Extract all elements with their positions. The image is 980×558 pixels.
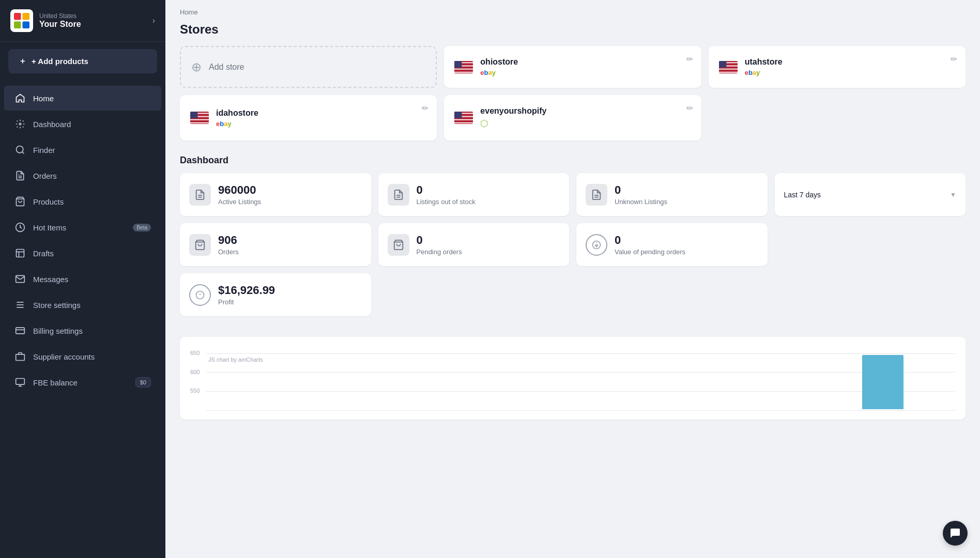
evenyour-name: evenyourshopify [480,106,691,116]
profit-icon [189,284,211,306]
utah-platform: ebay [745,69,955,76]
supplier-icon [14,351,26,362]
utah-edit-icon[interactable]: ✏ [951,54,957,64]
date-filter-select[interactable]: Last 7 days Last 30 days Last 90 days [784,191,951,199]
sidebar-item-finder[interactable]: Finder [4,137,161,162]
value-pending-label: Value of pending orders [615,248,685,256]
store-card-idaho[interactable]: idahostore ebay ✏ [180,95,437,141]
dashboard-icon [14,118,26,130]
active-listings-data: 960000 Active Listings [218,183,261,206]
messages-icon [14,273,26,285]
svg-rect-28 [454,68,473,69]
idaho-name: idahostore [216,109,426,118]
ohio-info: ohiostore ebay [480,57,691,76]
orders-stat-value: 906 [218,234,239,247]
sidebar-label-products: Products [33,197,64,206]
stat-card-orders: 906 Orders [180,223,371,266]
svg-rect-19 [16,354,25,361]
sidebar-item-supplier-accounts[interactable]: Supplier accounts [4,344,161,369]
products-icon [14,196,26,207]
active-listings-icon [189,184,211,206]
sidebar-label-store-settings: Store settings [33,301,81,309]
stat-card-out-of-stock: 0 Listings out of stock [378,173,570,216]
sidebar-item-store-settings[interactable]: Store settings [4,292,161,317]
sidebar-label-hot-items: Hot Items [33,223,66,232]
svg-rect-46 [190,119,209,120]
sidebar-item-orders[interactable]: Orders [4,163,161,188]
svg-rect-3 [23,22,30,29]
svg-rect-31 [454,61,462,68]
active-listings-label: Active Listings [218,198,261,206]
profit-data: $16,926.99 Profit [218,284,275,306]
svg-rect-20 [16,379,25,385]
store-card-utah[interactable]: utahstore ebay ✏ [709,46,966,88]
sidebar-item-home[interactable]: Home [4,86,161,111]
sidebar-item-hot-items[interactable]: Hot Items Beta [4,215,161,240]
pending-icon [388,234,409,256]
value-pending-data: 0 Value of pending orders [615,234,685,256]
add-circle-icon: ⊕ [191,60,202,74]
stat-card-value-pending: 0 Value of pending orders [576,223,768,266]
sidebar-item-products[interactable]: Products [4,189,161,214]
sidebar-item-dashboard[interactable]: Dashboard [4,112,161,136]
sidebar-item-billing-settings[interactable]: Billing settings [4,318,161,343]
svg-rect-37 [719,68,738,69]
store-card-evenyour[interactable]: evenyourshopify ⬡ ✏ [444,95,701,141]
unknown-data: 0 Unknown Listings [615,183,667,206]
evenyour-info: evenyourshopify ⬡ [480,106,691,129]
svg-point-4 [19,123,21,125]
add-products-button[interactable]: ＋ + Add products [8,49,157,73]
billing-icon [14,325,26,336]
sidebar-label-supplier: Supplier accounts [33,352,95,361]
sidebar-item-fbe-balance[interactable]: FBE balance $0 [4,370,161,395]
sidebar-label-billing: Billing settings [33,327,83,335]
svg-rect-29 [454,70,473,71]
stats-row-2: 906 Orders 0 Pending orders [180,223,966,266]
grid-line-3 [206,391,955,392]
svg-rect-57 [454,122,473,123]
svg-rect-0 [14,13,21,20]
y-label-550: 550 [190,388,200,394]
evenyour-edit-icon[interactable]: ✏ [686,103,693,113]
store-name-label: Your Store [39,20,146,29]
utah-info: utahstore ebay [745,57,955,76]
utah-name: utahstore [745,57,955,67]
fbe-icon [14,377,26,388]
value-pending-value: 0 [615,234,685,247]
stat-card-profit: $16,926.99 Profit [180,273,371,316]
grid-line-4 [206,410,955,411]
svg-rect-30 [454,71,473,72]
svg-rect-17 [16,328,25,334]
profit-value: $16,926.99 [218,284,275,297]
unknown-value: 0 [615,183,667,197]
stat-card-unknown: 0 Unknown Listings [576,173,768,216]
nav-list: Home Dashboard Finder Orders Products [0,81,165,558]
sidebar-item-drafts[interactable]: Drafts [4,241,161,266]
dropdown-chevron-icon: ▼ [950,191,956,198]
chat-button[interactable] [943,521,968,546]
orders-icon [14,170,26,181]
dollar-circle-icon [586,234,607,256]
sidebar-item-messages[interactable]: Messages [4,267,161,291]
home-icon [14,92,26,104]
svg-rect-39 [719,71,738,72]
unknown-label: Unknown Listings [615,198,667,206]
add-store-card[interactable]: ⊕ Add store [180,46,437,88]
ohio-edit-icon[interactable]: ✏ [686,54,693,64]
store-logo [10,9,33,32]
svg-rect-55 [454,119,473,120]
orders-stat-icon [189,234,211,256]
out-of-stock-data: 0 Listings out of stock [417,183,476,206]
store-info: United States Your Store [39,12,146,29]
store-card-ohio[interactable]: ohiostore ebay ✏ [444,46,701,88]
chart-attribution: JS chart by amCharts [208,357,263,363]
idaho-info: idahostore ebay [216,109,426,128]
svg-rect-40 [719,61,726,68]
store-header[interactable]: United States Your Store › [0,0,165,42]
idaho-edit-icon[interactable]: ✏ [422,103,428,113]
out-of-stock-icon [388,184,409,206]
dashboard-section: Dashboard 960000 Active Listings 0 [165,155,980,337]
orders-stat-label: Orders [218,248,239,256]
svg-point-5 [17,146,23,153]
sidebar-label-finder: Finder [33,146,55,154]
